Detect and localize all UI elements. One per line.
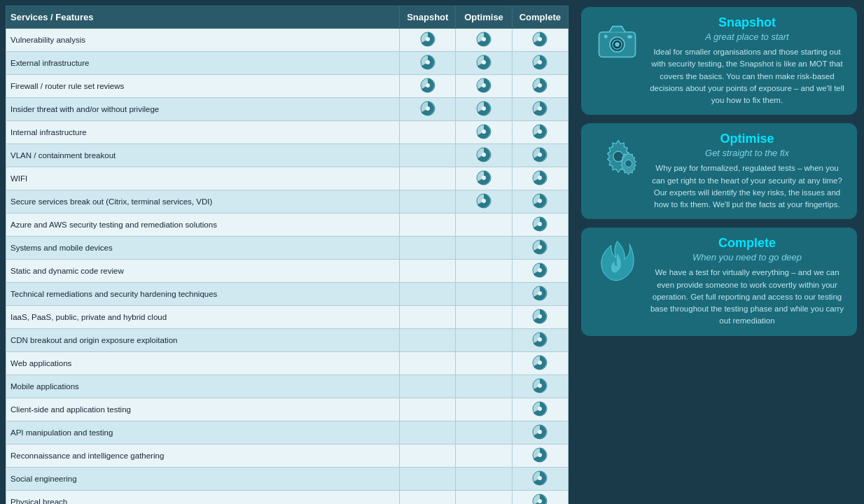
complete-cell [512, 190, 568, 214]
optimise-cell [456, 52, 512, 75]
complete-cell [512, 52, 568, 75]
optimise-title: Optimise [648, 132, 846, 146]
optimise-cell [456, 398, 512, 421]
complete-cell [512, 329, 568, 352]
snapshot-cell [400, 352, 456, 375]
optimise-cell [456, 306, 512, 329]
table-row: API manipulation and testing [6, 421, 569, 444]
svg-point-47 [538, 291, 542, 295]
optimise-cell [456, 29, 512, 52]
complete-cell [512, 468, 568, 491]
svg-point-61 [538, 453, 542, 457]
svg-point-35 [538, 176, 542, 180]
feature-cell: Systems and mobile devices [6, 237, 400, 260]
complete-cell [512, 283, 568, 306]
table-row: External infrastructure [6, 52, 569, 75]
col-header-complete: Complete [512, 6, 568, 29]
optimise-cell [456, 144, 512, 167]
table-row: Social engineering [6, 468, 569, 491]
complete-cell [512, 306, 568, 329]
feature-cell: VLAN / containment breakout [6, 144, 400, 167]
svg-point-25 [482, 130, 486, 134]
col-header-features: Services / Features [6, 6, 400, 29]
svg-point-21 [482, 106, 486, 111]
snapshot-card-content: Snapshot A great place to start Ideal fo… [648, 15, 846, 106]
optimise-cell [456, 75, 512, 98]
table-row: Web applications [6, 352, 569, 375]
snapshot-cell [400, 190, 456, 214]
optimise-body: Why pay for formalized, regulated tests … [648, 162, 846, 211]
optimise-cell [456, 214, 512, 237]
feature-cell: IaaS, PaaS, public, private and hybrid c… [6, 306, 400, 329]
svg-point-63 [538, 476, 542, 480]
table-section: Services / Features Snapshot Optimise Co… [0, 0, 574, 504]
snapshot-cell [400, 121, 456, 144]
snapshot-cell [400, 237, 456, 260]
optimise-cell [456, 375, 512, 398]
feature-cell: Technical remediations and security hard… [6, 283, 400, 306]
features-table: Services / Features Snapshot Optimise Co… [6, 6, 569, 504]
complete-body: We have a test for virtually everything … [648, 267, 846, 327]
optimise-subtitle: Get straight to the fix [648, 148, 846, 158]
table-row: Vulnerability analysis [6, 29, 569, 52]
feature-cell: Azure and AWS security testing and remed… [6, 214, 400, 237]
snapshot-cell [400, 98, 456, 121]
feature-cell: Physical breach [6, 491, 400, 505]
feature-cell: CDN breakout and origin exposure exploit… [6, 329, 400, 352]
table-row: Mobile applications [6, 375, 569, 398]
complete-subtitle: When you need to go deep [648, 252, 846, 262]
snapshot-cell [400, 283, 456, 306]
complete-cell [512, 421, 568, 444]
complete-cell [512, 75, 568, 98]
snapshot-body: Ideal for smaller organisations and thos… [648, 46, 846, 106]
snapshot-cell [400, 398, 456, 421]
feature-cell: Internal infrastructure [6, 121, 400, 144]
svg-point-15 [482, 83, 486, 88]
table-row: Secure services break out (Citrix, termi… [6, 190, 569, 214]
svg-point-45 [538, 268, 542, 272]
table-row: VLAN / containment breakout [6, 144, 569, 167]
svg-point-49 [538, 314, 542, 318]
snapshot-title: Snapshot [648, 15, 846, 30]
complete-cell [512, 398, 568, 421]
optimise-cell [456, 329, 512, 352]
svg-point-75 [615, 42, 620, 47]
snapshot-cell [400, 75, 456, 98]
feature-cell: Web applications [6, 352, 400, 375]
svg-point-23 [538, 106, 542, 111]
optimise-card-content: Optimise Get straight to the fix Why pay… [648, 132, 846, 211]
optimise-card: Optimise Get straight to the fix Why pay… [581, 123, 857, 219]
snapshot-cell [400, 468, 456, 491]
table-row: Client-side and application testing [6, 398, 569, 421]
optimise-cell [456, 491, 512, 505]
feature-cell: Secure services break out (Citrix, termi… [6, 190, 400, 214]
complete-card-content: Complete When you need to go deep We hav… [648, 236, 846, 327]
optimise-cell [456, 421, 512, 444]
svg-point-5 [538, 37, 542, 41]
snapshot-subtitle: A great place to start [648, 31, 846, 42]
svg-point-39 [538, 199, 542, 203]
feature-cell: Firewall / router rule set reviews [6, 75, 400, 98]
flame-icon [592, 236, 641, 285]
complete-cell [512, 121, 568, 144]
gear-icon [592, 132, 641, 181]
complete-cell [512, 214, 568, 237]
complete-cell [512, 29, 568, 52]
optimise-cell [456, 468, 512, 491]
optimise-cell [456, 167, 512, 190]
table-row: IaaS, PaaS, public, private and hybrid c… [6, 306, 569, 329]
table-row: Physical breach [6, 491, 569, 505]
optimise-cell [456, 98, 512, 121]
svg-point-27 [538, 130, 542, 134]
table-row: Azure and AWS security testing and remed… [6, 214, 569, 237]
feature-cell: Mobile applications [6, 375, 400, 398]
feature-cell: Social engineering [6, 468, 400, 491]
snapshot-cell [400, 214, 456, 237]
feature-cell: API manipulation and testing [6, 421, 400, 444]
snapshot-cell [400, 52, 456, 75]
svg-point-9 [482, 60, 486, 64]
snapshot-cell [400, 375, 456, 398]
table-row: Insider threat with and/or without privi… [6, 98, 569, 121]
svg-point-31 [538, 153, 542, 157]
snapshot-cell [400, 444, 456, 468]
